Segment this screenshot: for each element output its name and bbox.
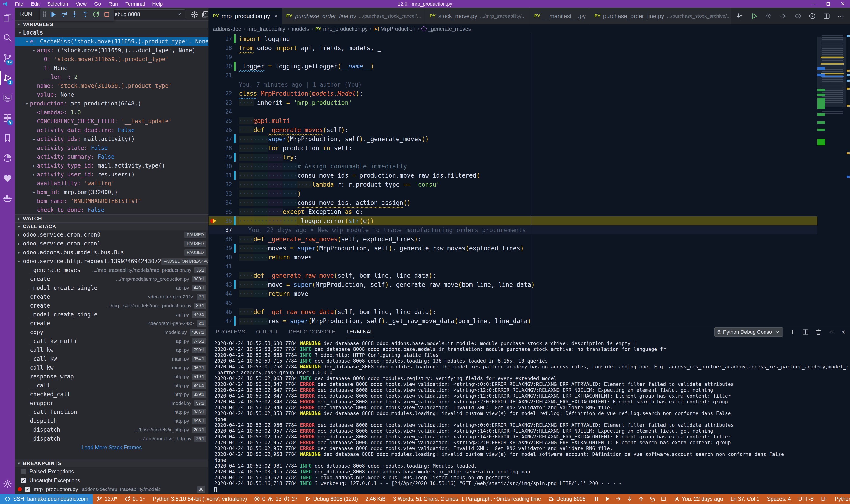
- explorer-icon[interactable]: [0, 8, 15, 28]
- bookmarks-icon[interactable]: [0, 128, 15, 148]
- variable-row[interactable]: 0: 'stock.move(311659,).product_type': [15, 55, 209, 64]
- callstack-thread-row[interactable]: ▸odoo.service.cron.cron0PAUSED: [15, 230, 209, 239]
- close-panel-icon[interactable]: ×: [841, 328, 845, 336]
- variable-row[interactable]: ▸activity_ids: mail.activity(): [15, 134, 209, 144]
- code-line[interactable]: 32····················lambda r: r.produc…: [209, 180, 850, 189]
- debug-config-status[interactable]: Debug 8008 (12.0): [301, 494, 361, 504]
- code-line[interactable]: 24: [209, 107, 850, 116]
- menu-selection[interactable]: Selection: [44, 0, 71, 7]
- restart-button[interactable]: [91, 9, 101, 20]
- variable-row[interactable]: activity_summary: False: [15, 152, 209, 161]
- code-line[interactable]: 39········moves = super(MrpProduction, s…: [209, 244, 850, 253]
- code-line[interactable]: 34················consu_move_ids._action…: [209, 198, 850, 207]
- code-line[interactable]: 37You, 22 days ago • New wip module to t…: [209, 226, 850, 234]
- maximize-panel-icon[interactable]: [828, 328, 835, 336]
- terminal-select[interactable]: 6: Python Debug Conso: [714, 327, 783, 337]
- code-line[interactable]: 23····_inherit = 'mrp.production': [209, 98, 850, 107]
- eol-status[interactable]: LF: [817, 494, 831, 504]
- breadcrumb-item[interactable]: MrpProduction: [374, 26, 415, 32]
- step-into-icon[interactable]: [627, 496, 633, 502]
- editor-tab[interactable]: PYmrp_production.py×: [209, 8, 282, 24]
- breadcrumb-item[interactable]: PYmrp_production.py: [315, 26, 368, 32]
- callstack-frame-row[interactable]: wrappermodel.py97:1: [15, 399, 209, 408]
- drag-handle-icon[interactable]: [42, 11, 46, 18]
- split-terminal-icon[interactable]: [802, 328, 809, 336]
- code-line[interactable]: 35············except Exception as e:: [209, 207, 850, 216]
- code-editor[interactable]: 17import logging18from odoo import api, …: [209, 33, 850, 325]
- breakpoint-checkbox[interactable]: ✓: [20, 478, 26, 483]
- menu-edit[interactable]: Edit: [27, 0, 43, 7]
- timeline-icon[interactable]: [809, 12, 816, 20]
- encoding-status[interactable]: UTF-8: [795, 494, 817, 504]
- callstack-frame-row[interactable]: create<decorator-gen-293>2:1: [15, 319, 209, 328]
- variable-row[interactable]: activity_state: False: [15, 144, 209, 152]
- code-line[interactable]: 26····def _generate_moves(self):: [209, 125, 850, 134]
- menu-terminal[interactable]: Terminal: [122, 0, 148, 7]
- callstack-frame-row[interactable]: copymodels.py4307:1: [15, 328, 209, 337]
- step-out-button[interactable]: [80, 9, 91, 20]
- maximize-button[interactable]: [821, 0, 835, 8]
- variable-row[interactable]: CONCURRENCY_CHECK_FIELD: '__last_update': [15, 117, 209, 126]
- language-mode-status[interactable]: Python: [831, 494, 850, 504]
- code-line[interactable]: You, 7 minutes ago | 1 author (You): [209, 80, 850, 89]
- breadcrumb-item[interactable]: mrp_traceability: [247, 26, 285, 32]
- breakpoints-section-header[interactable]: ▾BREAKPOINTS: [15, 459, 209, 467]
- compare-changes-icon[interactable]: [736, 12, 744, 20]
- problems-status[interactable]: 0 13 27: [250, 494, 301, 504]
- open-debug-console-icon[interactable]: [201, 11, 209, 18]
- code-line[interactable]: 29············try:: [209, 152, 850, 162]
- close-button[interactable]: ✕: [835, 0, 850, 8]
- variable-row[interactable]: value: None: [15, 90, 209, 99]
- callstack-frame-row[interactable]: _call_kwmain.py954:1: [15, 355, 209, 363]
- editor-tab[interactable]: PYpurchase_order_line.py.../purchase_sto…: [590, 8, 731, 24]
- debug-session-status[interactable]: Debug 8008: [545, 494, 589, 504]
- breadcrumb-item[interactable]: addons-dec: [213, 26, 241, 32]
- restart-icon[interactable]: [649, 496, 655, 502]
- code-line[interactable]: 28········for production in self:: [209, 144, 850, 152]
- code-line[interactable]: 21: [209, 71, 850, 80]
- breadcrumb-item[interactable]: _generate_moves: [422, 26, 471, 32]
- watch-section-header[interactable]: ▸WATCH: [15, 214, 209, 222]
- callstack-frame-row[interactable]: _call_functionhttp.py346:1: [15, 408, 209, 416]
- python-interpreter[interactable]: Python 3.6.10 64-bit ('.venv': virtualen…: [149, 494, 251, 504]
- file-size-status[interactable]: 2.46 KiB: [361, 494, 389, 504]
- variables-section-header[interactable]: ▾VARIABLES: [15, 20, 209, 28]
- editor-tab[interactable]: PY__manifest__.py: [530, 8, 590, 24]
- word-count-status[interactable]: 3 Words, 51 Chars, 2 Lines, 1 Paragraph,…: [389, 494, 545, 504]
- split-editor-icon[interactable]: [823, 12, 830, 20]
- panel-tab-problems[interactable]: PROBLEMS: [216, 326, 245, 338]
- debug-settings-gear-icon[interactable]: [191, 11, 198, 18]
- code-line[interactable]: 20_logger = logging.getLogger(__name__): [209, 61, 850, 71]
- step-out-icon[interactable]: [638, 496, 644, 502]
- breakpoint-row[interactable]: ✓Uncaught Exceptions: [15, 476, 209, 485]
- editor-tab[interactable]: PYstock_move.py.../mrp_traceability/...: [425, 8, 530, 24]
- callstack-frame-row[interactable]: _generate_moves.../mrp_traceability/mode…: [15, 266, 209, 275]
- panel-tab-debug-console[interactable]: DEBUG CONSOLE: [289, 326, 335, 338]
- variable-row[interactable]: __len__: 2: [15, 73, 209, 82]
- variable-row[interactable]: activity_date_deadline: False: [15, 126, 209, 134]
- close-icon[interactable]: ×: [274, 13, 278, 20]
- step-into-button[interactable]: [69, 9, 80, 20]
- breakpoint-checkbox[interactable]: ✓: [25, 486, 30, 492]
- menu-run[interactable]: Run: [105, 0, 121, 7]
- variable-row[interactable]: ▸activity_user_id: res.users(): [15, 170, 209, 179]
- search-icon[interactable]: [0, 28, 15, 48]
- code-line[interactable]: 47········res = super(MrpProduction, sel…: [209, 317, 850, 325]
- callstack-frame-row[interactable]: create.../mrp_sale/models/mrp_production…: [15, 301, 209, 310]
- load-more-stack-frames-link[interactable]: Load More Stack Frames: [15, 443, 209, 452]
- pause-icon[interactable]: [593, 496, 599, 502]
- variable-row[interactable]: ▸activity_type_id: mail.activity.type(): [15, 161, 209, 170]
- favorites-icon[interactable]: [0, 168, 15, 188]
- navigate-back-icon[interactable]: [765, 12, 773, 20]
- git-sync-status[interactable]: 0↓ 1↑: [121, 494, 149, 504]
- variable-row[interactable]: name: 'stock.move(311659,).product_type': [15, 82, 209, 90]
- panel-tab-terminal[interactable]: TERMINAL: [346, 326, 373, 338]
- code-line[interactable]: 33················): [209, 189, 850, 198]
- code-line[interactable]: 19: [209, 53, 850, 61]
- continue-button[interactable]: [48, 9, 58, 20]
- settings-gear-icon[interactable]: [0, 474, 15, 494]
- menu-view[interactable]: View: [72, 0, 90, 7]
- breakpoint-row[interactable]: Raised Exceptions: [15, 467, 209, 476]
- callstack-frame-row[interactable]: _model_create_singleapi.py440:1: [15, 284, 209, 292]
- terminal-output[interactable]: 2020-04-24 10:52:58,630 7784 WARNING dec…: [214, 341, 848, 492]
